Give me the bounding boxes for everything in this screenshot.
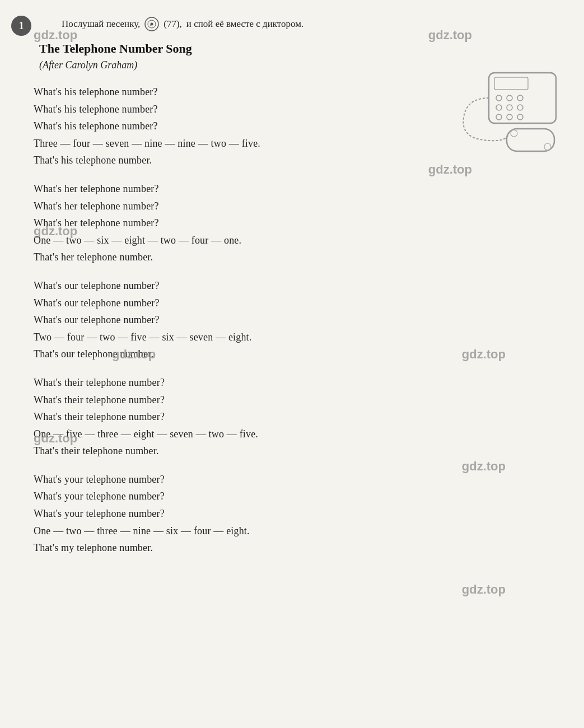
verse-2-line-1: What's her telephone number? (34, 180, 550, 198)
cd-icon: ♪ (144, 17, 159, 31)
svg-point-17 (544, 143, 551, 150)
watermark-2: gdz.top (428, 28, 472, 43)
instruction-text2: и спой её вместе с диктором. (186, 18, 303, 30)
song-title: The Telephone Number Song (34, 41, 550, 56)
watermark-9: gdz.top (462, 582, 506, 597)
watermark-7: gdz.top (34, 431, 77, 446)
svg-point-16 (511, 130, 517, 137)
svg-point-13 (496, 114, 502, 120)
svg-point-14 (507, 114, 512, 120)
verse-4-line-3: What's their telephone number? (34, 408, 550, 426)
watermark-3: gdz.top (428, 162, 472, 177)
verse-3-line-1: What's our telephone number? (34, 277, 550, 295)
verse-5-line-5: That's my telephone number. (34, 539, 550, 557)
verse-5-line-4: One — two — three — nine — six — four — … (34, 522, 550, 540)
watermark-1: gdz.top (34, 28, 77, 43)
watermark-6: gdz.top (462, 347, 506, 362)
svg-point-9 (517, 95, 523, 101)
cd-number: (77), (163, 18, 182, 30)
verse-5-line-2: What's your telephone number? (34, 488, 550, 505)
svg-point-11 (507, 105, 512, 110)
svg-point-7 (496, 95, 502, 101)
verse-3-line-3: What's our telephone number? (34, 311, 550, 329)
svg-point-10 (496, 105, 502, 110)
svg-point-15 (517, 114, 523, 120)
task-number: 1 (11, 16, 31, 36)
verse-2-line-4: One — two — six — eight — two — four — o… (34, 232, 550, 249)
watermark-8: gdz.top (462, 459, 506, 474)
verse-2: What's her telephone number? What's her … (34, 180, 550, 266)
verse-4-line-2: What's their telephone number? (34, 391, 550, 409)
verse-2-line-2: What's her telephone number? (34, 198, 550, 215)
verse-4-line-5: That's their telephone number. (34, 442, 550, 460)
phone-illustration (455, 56, 556, 146)
verse-2-line-3: What's her telephone number? (34, 214, 550, 232)
verse-5: What's your telephone number? What's you… (34, 471, 550, 557)
svg-rect-6 (494, 77, 528, 90)
page: 1 gdz.top gdz.top gdz.top gdz.top gdz.to… (0, 0, 584, 728)
svg-text:♪: ♪ (149, 22, 152, 26)
verse-4-line-4: One — five — three — eight — seven — two… (34, 426, 550, 443)
verse-5-line-3: What's your telephone number? (34, 505, 550, 522)
svg-point-12 (517, 105, 523, 110)
verse-4: What's their telephone number? What's th… (34, 374, 550, 460)
verse-4-line-1: What's their telephone number? (34, 374, 550, 391)
verse-2-line-5: That's her telephone number. (34, 249, 550, 266)
watermark-5: gdz.top (112, 347, 156, 362)
watermark-4: gdz.top (34, 224, 77, 239)
svg-rect-5 (507, 129, 554, 151)
svg-point-8 (507, 95, 512, 101)
verse-3-line-2: What's our telephone number? (34, 295, 550, 312)
verse-3-line-4: Two — four — two — five — six — seven — … (34, 329, 550, 346)
instruction-line: Послушай песенку, ♪ (77), и спой её вмес… (34, 17, 550, 31)
